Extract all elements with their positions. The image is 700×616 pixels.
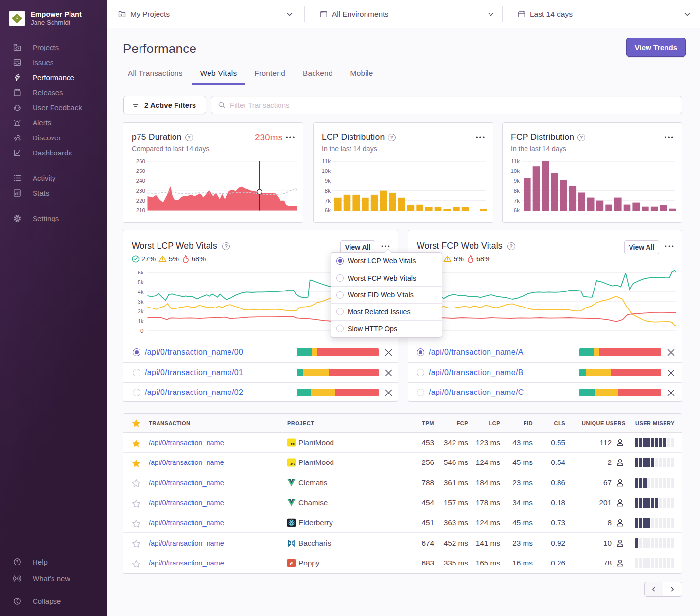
svg-text:5k: 5k (138, 279, 143, 285)
svg-text:4k: 4k (138, 289, 143, 295)
svg-text:250: 250 (136, 168, 145, 174)
svg-text:260: 260 (136, 158, 145, 164)
svg-text:3k: 3k (138, 299, 143, 305)
svg-text:0: 0 (140, 328, 143, 334)
svg-text:240: 240 (136, 178, 145, 184)
svg-text:8k: 8k (514, 188, 520, 194)
svg-text:2k: 2k (138, 308, 143, 314)
svg-text:210: 210 (136, 207, 145, 213)
svg-text:230: 230 (136, 188, 145, 194)
svg-text:7k: 7k (514, 198, 520, 204)
svg-text:11k: 11k (511, 158, 520, 164)
svg-text:1k: 1k (138, 318, 143, 324)
svg-text:6k: 6k (514, 207, 520, 213)
svg-text:7k: 7k (325, 198, 331, 204)
svg-text:10k: 10k (510, 168, 520, 174)
svg-text:9k: 9k (325, 178, 331, 184)
svg-text:10k: 10k (321, 168, 331, 174)
svg-text:6k: 6k (325, 207, 331, 213)
svg-text:220: 220 (136, 198, 145, 204)
svg-text:8k: 8k (325, 188, 331, 194)
svg-text:11k: 11k (322, 158, 331, 164)
svg-text:6k: 6k (138, 270, 143, 275)
svg-text:9k: 9k (514, 178, 520, 184)
